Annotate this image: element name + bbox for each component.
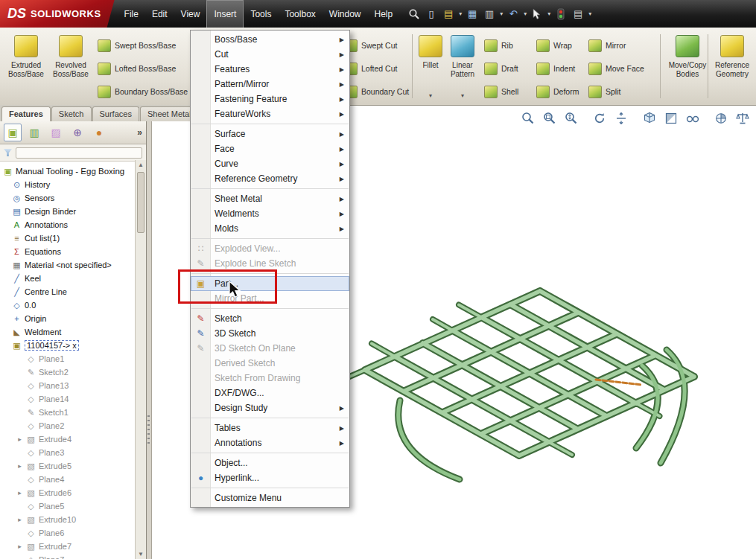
tree-item-design-binder[interactable]: ▤Design Binder — [0, 205, 136, 218]
menu-help[interactable]: Help — [368, 0, 400, 28]
tree-item-plane1[interactable]: ◇Plane1 — [0, 352, 136, 365]
split-button[interactable]: Split — [588, 84, 644, 99]
reference-geometry-button[interactable]: Reference Geometry — [711, 31, 754, 100]
design-study-menu-item[interactable]: Design Study▶ — [191, 400, 349, 415]
swept-cut-button[interactable]: Swept Cut — [344, 38, 409, 53]
edit-appearance-icon[interactable] — [714, 111, 728, 126]
indent-button[interactable]: Indent — [536, 61, 579, 76]
scroll-down-icon[interactable]: ▼ — [136, 551, 146, 558]
annotations-menu-item[interactable]: Annotations▶ — [191, 435, 349, 450]
expand-arrow-icon[interactable]: ▸ — [16, 516, 23, 523]
view-orientation-icon[interactable] — [642, 111, 657, 126]
tree-item-sketch1[interactable]: ✎Sketch1 — [0, 406, 136, 419]
linear-pattern-button[interactable]: Linear Pattern ▾ — [444, 31, 481, 100]
menu-tools[interactable]: Tools — [244, 0, 278, 28]
view-settings-icon[interactable] — [735, 111, 750, 126]
tree-item-extrude4[interactable]: ▸▧Extrude4 — [0, 432, 136, 446]
draft-button[interactable]: Draft — [484, 61, 518, 76]
rib-button[interactable]: Rib — [484, 38, 518, 53]
tree-item-origin[interactable]: +Origin — [0, 312, 136, 325]
tree-item-cut-list-1[interactable]: ≡Cut list(1) — [0, 231, 136, 245]
lofted-cut-button[interactable]: Lofted Cut — [344, 61, 409, 76]
hide-show-items-icon[interactable] — [685, 111, 700, 126]
dropdown-caret-icon[interactable]: ▾ — [500, 10, 503, 17]
move-copy-bodies-button[interactable]: Move/Copy Bodies — [666, 31, 709, 100]
tables-menu-item[interactable]: Tables▶ — [191, 421, 349, 435]
molds-menu-item[interactable]: Molds▶ — [191, 221, 349, 236]
tree-item-plane3[interactable]: ◇Plane3 — [0, 446, 136, 459]
select-pointer-icon[interactable] — [530, 7, 544, 22]
expand-chevron-icon[interactable]: » — [137, 127, 142, 138]
dropdown-caret-icon[interactable]: ▾ — [524, 10, 527, 17]
tree-item-sensors[interactable]: ◎Sensors — [0, 191, 136, 205]
hyperlink-menu-item[interactable]: ●Hyperlink... — [191, 470, 349, 485]
menu-edit[interactable]: Edit — [145, 0, 174, 28]
3d-sketch-menu-item[interactable]: ✎3D Sketch — [191, 326, 349, 341]
open-icon[interactable]: ▤ — [441, 7, 456, 22]
fastening-feature-menu-item[interactable]: Fastening Feature▶ — [191, 92, 349, 106]
menu-file[interactable]: File — [118, 0, 145, 28]
face-menu-item[interactable]: Face▶ — [191, 141, 349, 156]
tree-item-extrude5[interactable]: ▸▧Extrude5 — [0, 459, 136, 473]
tree-item-sketch2[interactable]: ✎Sketch2 — [0, 365, 136, 379]
tree-item-centre-line[interactable]: ╱Centre Line — [0, 285, 136, 298]
part-menu-item[interactable]: ▣Part... — [191, 276, 349, 291]
tree-item-equations[interactable]: ΣEquations — [0, 245, 136, 258]
tree-item-plane2[interactable]: ◇Plane2 — [0, 419, 136, 432]
customize-menu-menu-item[interactable]: Customize Menu — [191, 491, 349, 505]
boundary-cut-button[interactable]: Boundary Cut — [344, 84, 409, 99]
features-menu-item[interactable]: Features▶ — [191, 62, 349, 77]
print-icon[interactable]: ▥ — [482, 7, 497, 22]
tree-item-extrude7[interactable]: ▸▧Extrude7 — [0, 540, 136, 553]
configurationmanager-tab[interactable]: ▨ — [47, 124, 65, 141]
menu-insert[interactable]: Insert — [206, 0, 244, 28]
tab-features[interactable]: Features — [1, 106, 51, 121]
swept-boss-base-button[interactable]: Swept Boss/Base — [98, 38, 188, 53]
tree-item-extrude10[interactable]: ▸▧Extrude10 — [0, 513, 136, 526]
dropdown-caret-icon[interactable]: ▾ — [459, 10, 462, 17]
dropdown-caret-icon[interactable]: ▾ — [429, 92, 432, 100]
boundary-boss-base-button[interactable]: Boundary Boss/Base — [98, 84, 188, 99]
tree-item-material-not-specified[interactable]: ▦Material <not specified> — [0, 258, 136, 272]
tab-sketch[interactable]: Sketch — [51, 106, 92, 121]
tree-item-extrude6[interactable]: ▸▧Extrude6 — [0, 486, 136, 499]
tree-item-plane13[interactable]: ◇Plane13 — [0, 379, 136, 392]
featuremanager-tab[interactable]: ▣ — [4, 124, 22, 141]
sketch-menu-item[interactable]: ✎Sketch — [191, 311, 349, 326]
displaymanager-tab[interactable]: ● — [90, 124, 108, 141]
extruded-boss-base-button[interactable]: Extruded Boss/Base — [4, 31, 48, 100]
dropdown-caret-icon[interactable]: ▾ — [547, 10, 550, 17]
expand-arrow-icon[interactable]: ▸ — [16, 462, 23, 470]
boss-base-menu-item[interactable]: Boss/Base▶ — [191, 32, 349, 47]
tree-item-plane6[interactable]: ◇Plane6 — [0, 526, 136, 540]
zoom-in-out-icon[interactable] — [564, 111, 579, 126]
panel-splitter[interactable] — [147, 121, 152, 559]
curve-menu-item[interactable]: Curve▶ — [191, 156, 349, 171]
fillet-button[interactable]: Fillet ▾ — [414, 31, 447, 100]
scroll-thumb[interactable] — [137, 172, 144, 233]
menu-toolbox[interactable]: Toolbox — [278, 0, 322, 28]
surface-menu-item[interactable]: Surface▶ — [191, 127, 349, 141]
tree-scrollbar[interactable]: ▲ ▼ — [135, 160, 146, 559]
expand-arrow-icon[interactable]: ▸ — [16, 543, 23, 550]
move-face-button[interactable]: Move Face — [588, 61, 644, 76]
reference-geometry-menu-item[interactable]: Reference Geometry▶ — [191, 171, 349, 186]
tree-item-history[interactable]: ⊙History — [0, 178, 136, 191]
cut-menu-item[interactable]: Cut▶ — [191, 47, 349, 62]
menu-window[interactable]: Window — [323, 0, 368, 28]
options-icon[interactable]: ▤ — [571, 7, 585, 22]
mirror-button[interactable]: Mirror — [588, 38, 644, 53]
splitter-grip[interactable] — [147, 415, 150, 447]
wrap-button[interactable]: Wrap — [536, 38, 579, 53]
tree-item-plane7[interactable]: ◇Plane7 — [0, 553, 136, 559]
tree-item-plane14[interactable]: ◇Plane14 — [0, 392, 136, 406]
undo-icon[interactable]: ↶ — [506, 7, 521, 22]
tree-item-keel[interactable]: ╱Keel — [0, 272, 136, 285]
pattern-mirror-menu-item[interactable]: Pattern/Mirror▶ — [191, 77, 349, 92]
tree-item-plane4[interactable]: ◇Plane4 — [0, 473, 136, 486]
new-document-icon[interactable]: ▯ — [424, 7, 439, 22]
revolved-boss-base-button[interactable]: Revolved Boss/Base — [49, 31, 92, 100]
rebuild-icon[interactable] — [553, 7, 568, 22]
dropdown-caret-icon[interactable]: ▾ — [461, 92, 464, 100]
propertymanager-tab[interactable]: ▥ — [25, 124, 43, 141]
